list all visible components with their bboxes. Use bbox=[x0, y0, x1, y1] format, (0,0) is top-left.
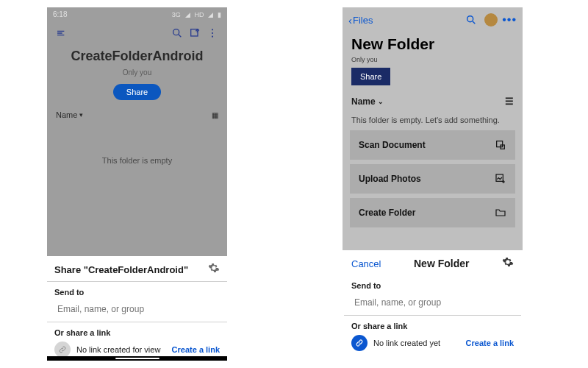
list-view-icon[interactable]: ☰ bbox=[505, 96, 514, 107]
svg-point-2 bbox=[212, 29, 213, 30]
edit-icon[interactable] bbox=[186, 24, 204, 42]
svg-point-5 bbox=[467, 16, 473, 22]
network-icon: 3G bbox=[172, 11, 181, 18]
settings-gear-icon[interactable] bbox=[502, 256, 514, 271]
column-name: Name bbox=[351, 96, 376, 107]
create-link-button[interactable]: Create a link bbox=[466, 339, 514, 347]
recipient-input[interactable] bbox=[351, 290, 514, 315]
divider bbox=[47, 322, 227, 322]
svg-point-4 bbox=[212, 36, 213, 38]
share-button[interactable]: Share bbox=[113, 84, 161, 100]
folder-title: New Folder bbox=[351, 35, 514, 53]
view-toggle-icon[interactable]: ▦ bbox=[212, 111, 218, 119]
link-status: No link created yet bbox=[373, 339, 466, 347]
back-button[interactable]: ‹ Files bbox=[348, 14, 373, 26]
chevron-down-icon: ⌄ bbox=[378, 98, 384, 105]
cancel-button[interactable]: Cancel bbox=[351, 258, 381, 269]
share-sheet: Cancel New Folder Send to Or share a lin… bbox=[343, 250, 523, 361]
card-label: Scan Document bbox=[359, 140, 426, 150]
divider bbox=[47, 281, 227, 282]
dimmed-background: 6:18 3G ◢ HD ◢ ▮ CreateFolde bbox=[47, 7, 227, 256]
empty-folder-message: This folder is empty bbox=[47, 156, 227, 165]
only-you-label: Only you bbox=[351, 56, 514, 63]
upload-icon bbox=[495, 173, 506, 185]
svg-rect-6 bbox=[497, 141, 503, 147]
only-you-label: Only you bbox=[47, 68, 227, 77]
send-to-label: Send to bbox=[351, 281, 514, 290]
search-icon[interactable] bbox=[462, 11, 480, 29]
link-row: No link created for view Create a link bbox=[54, 342, 220, 358]
android-nav-bar bbox=[47, 356, 227, 361]
link-row: No link created yet Create a link bbox=[351, 335, 514, 351]
create-link-button[interactable]: Create a link bbox=[172, 345, 220, 354]
avatar[interactable] bbox=[484, 13, 498, 26]
signal-icon: ◢ bbox=[208, 11, 213, 18]
more-icon[interactable]: ••• bbox=[502, 13, 517, 26]
svg-point-0 bbox=[173, 29, 179, 35]
create-folder-card[interactable]: Create Folder bbox=[350, 198, 515, 227]
link-icon bbox=[351, 335, 368, 351]
link-status: No link created for view bbox=[76, 345, 172, 354]
share-sheet: Share "CreateFolderAndroid" Send to Or s… bbox=[47, 256, 227, 361]
card-label: Upload Photos bbox=[359, 174, 421, 184]
divider bbox=[344, 315, 521, 316]
column-header-row[interactable]: Name ⌄ ☰ bbox=[343, 96, 523, 107]
status-bar: 6:18 3G ◢ HD ◢ ▮ bbox=[47, 7, 227, 21]
chevron-left-icon: ‹ bbox=[348, 14, 352, 26]
android-phone: 6:18 3G ◢ HD ◢ ▮ CreateFolde bbox=[47, 7, 227, 361]
share-button[interactable]: Share bbox=[351, 68, 390, 85]
or-share-label: Or share a link bbox=[54, 328, 220, 337]
ios-phone: ‹ Files ••• New Folder Only you Share Na… bbox=[343, 7, 523, 361]
or-share-label: Or share a link bbox=[351, 322, 514, 330]
sheet-title: Share "CreateFolderAndroid" bbox=[54, 264, 208, 275]
link-icon bbox=[54, 342, 71, 358]
battery-icon: ▮ bbox=[218, 11, 221, 18]
folder-title: CreateFolderAndroid bbox=[47, 49, 227, 64]
settings-gear-icon[interactable] bbox=[208, 262, 220, 277]
menu-icon[interactable] bbox=[53, 24, 71, 42]
status-time: 6:18 bbox=[53, 10, 67, 18]
folder-icon bbox=[495, 207, 506, 219]
status-icons: 3G ◢ HD ◢ ▮ bbox=[170, 10, 221, 18]
column-name: Name bbox=[56, 110, 77, 119]
scan-icon bbox=[495, 139, 506, 151]
back-label: Files bbox=[353, 15, 373, 26]
column-header-row[interactable]: Name ▾ ▦ bbox=[47, 110, 227, 119]
app-topbar bbox=[47, 21, 227, 46]
app-topbar: ‹ Files ••• bbox=[343, 7, 523, 32]
search-icon[interactable] bbox=[168, 24, 186, 42]
send-to-label: Send to bbox=[54, 288, 220, 297]
card-label: Create Folder bbox=[359, 208, 415, 218]
more-icon[interactable] bbox=[204, 24, 221, 42]
upload-photos-card[interactable]: Upload Photos bbox=[350, 164, 515, 194]
empty-folder-message: This folder is empty. Let's add somethin… bbox=[351, 116, 514, 124]
scan-document-card[interactable]: Scan Document bbox=[350, 130, 515, 160]
sheet-title: New Folder bbox=[381, 258, 502, 269]
signal-icon: ◢ bbox=[185, 11, 190, 18]
hd-icon: HD bbox=[194, 11, 204, 18]
svg-point-3 bbox=[212, 32, 213, 34]
recipient-input[interactable] bbox=[54, 297, 220, 322]
dimmed-background: ‹ Files ••• New Folder Only you Share Na… bbox=[343, 7, 523, 250]
chevron-down-icon: ▾ bbox=[79, 111, 83, 118]
